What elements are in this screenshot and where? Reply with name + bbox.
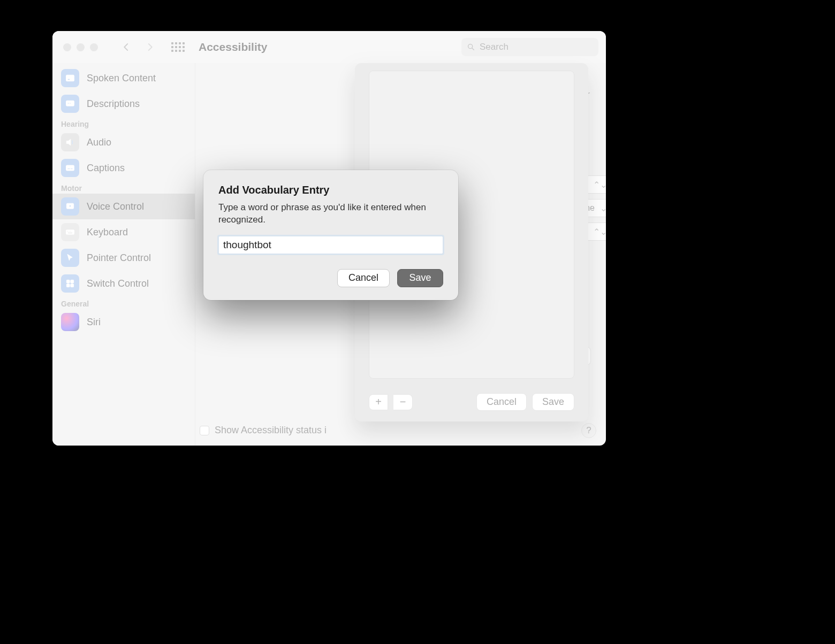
cancel-button[interactable]: Cancel (337, 269, 390, 287)
dialog-title: Add Vocabulary Entry (218, 184, 443, 196)
dialog-description: Type a word or phrase as you'd like it e… (218, 202, 443, 226)
save-button[interactable]: Save (397, 269, 443, 287)
add-vocabulary-dialog: Add Vocabulary Entry Type a word or phra… (203, 170, 458, 300)
vocabulary-input[interactable] (218, 236, 443, 254)
